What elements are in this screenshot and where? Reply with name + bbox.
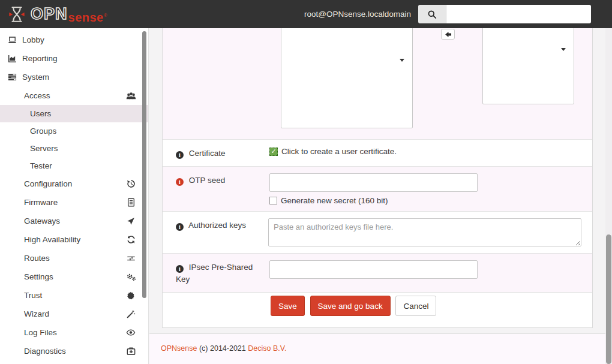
not-member-of-listbox[interactable] bbox=[281, 28, 413, 128]
history-icon bbox=[125, 179, 136, 188]
save-button[interactable]: Save bbox=[271, 296, 305, 316]
sidebar-item-lobby[interactable]: Lobby bbox=[0, 31, 148, 49]
certificate-seal-icon bbox=[125, 291, 136, 300]
tasks-icon bbox=[7, 73, 17, 82]
group-membership-row bbox=[163, 28, 592, 139]
authorized-keys-label: Authorized keys bbox=[188, 221, 246, 230]
page-scrollbar-thumb[interactable] bbox=[606, 234, 611, 364]
certificate-label: Certificate bbox=[189, 149, 226, 158]
chevron-down-icon bbox=[561, 48, 566, 51]
sidebar-item-diagnostics[interactable]: Diagnostics bbox=[0, 342, 148, 360]
logo-text-sense: sense bbox=[68, 11, 104, 24]
arrow-left-icon bbox=[445, 31, 452, 38]
move-to-member-button[interactable] bbox=[441, 29, 455, 40]
member-of-listbox[interactable] bbox=[482, 28, 574, 104]
sidebar-item-high-availability[interactable]: High Availability bbox=[0, 230, 148, 249]
generate-secret-checkbox[interactable] bbox=[269, 197, 277, 204]
opnsense-logo[interactable]: OPNsense® bbox=[7, 5, 107, 24]
lobby-icon bbox=[7, 35, 17, 44]
opnsense-footer-link[interactable]: OPNsense bbox=[161, 344, 197, 353]
sidebar-item-wizard[interactable]: Wizard bbox=[0, 305, 148, 323]
medkit-icon bbox=[125, 347, 136, 356]
hourglass-logo-icon bbox=[7, 5, 26, 24]
certificate-checkbox-label: Click to create a user certificate. bbox=[281, 147, 397, 156]
info-icon[interactable]: i bbox=[176, 151, 184, 159]
generate-secret-label: Generate new secret (160 bit) bbox=[281, 196, 388, 205]
copyright-text: (c) 2014-2021 bbox=[199, 344, 246, 353]
sidebar-item-firmware[interactable]: Firmware bbox=[0, 193, 148, 212]
sidebar-item-trust[interactable]: Trust bbox=[0, 286, 148, 305]
authorized-keys-textarea[interactable] bbox=[268, 218, 581, 246]
otp-seed-row: i OTP seed Generate new secret (160 bit) bbox=[163, 166, 592, 211]
sidebar-item-system[interactable]: System bbox=[0, 68, 148, 86]
info-icon[interactable]: i bbox=[176, 223, 184, 231]
sidebar-item-reporting[interactable]: Reporting bbox=[0, 49, 148, 68]
sidebar-item-access[interactable]: Access bbox=[0, 86, 148, 105]
save-and-go-back-button[interactable]: Save and go back bbox=[310, 296, 391, 316]
logo-text-opn: OPN bbox=[31, 5, 68, 23]
info-icon[interactable]: i bbox=[176, 265, 184, 273]
sidebar-item-users[interactable]: Users bbox=[0, 105, 148, 122]
area-chart-icon bbox=[7, 54, 17, 63]
sidebar-item-log-files[interactable]: Log Files bbox=[0, 323, 148, 342]
chevron-down-icon bbox=[400, 59, 404, 62]
users-icon bbox=[125, 92, 136, 100]
certificate-checkbox[interactable] bbox=[269, 148, 278, 156]
ipsec-psk-label: IPsec Pre-Shared Key bbox=[176, 263, 253, 284]
logged-in-user: root@OPNsense.localdomain bbox=[304, 10, 411, 19]
page-scrollbar-track[interactable] bbox=[605, 28, 612, 364]
certificate-row: i Certificate Click to create a user cer… bbox=[163, 139, 592, 166]
cancel-button[interactable]: Cancel bbox=[395, 296, 436, 316]
ipsec-psk-input[interactable] bbox=[269, 260, 478, 279]
location-arrow-icon bbox=[125, 217, 136, 225]
search-input[interactable] bbox=[446, 5, 591, 23]
magic-wand-icon bbox=[125, 309, 136, 318]
ipsec-psk-row: i IPsec Pre-Shared Key bbox=[163, 253, 592, 292]
sidebar-item-servers[interactable]: Servers bbox=[0, 140, 148, 157]
sidebar-item-settings[interactable]: Settings bbox=[0, 267, 148, 286]
sidebar-item-configuration[interactable]: Configuration bbox=[0, 175, 148, 193]
global-search bbox=[418, 5, 591, 23]
top-header: OPNsense® root@OPNsense.localdomain bbox=[0, 0, 612, 28]
info-icon-red[interactable]: i bbox=[176, 178, 184, 186]
authorized-keys-row: i Authorized keys bbox=[163, 211, 592, 253]
sidebar-item-routes[interactable]: Routes bbox=[0, 249, 148, 267]
sidebar-item-gateways[interactable]: Gateways bbox=[0, 212, 148, 230]
page-footer: OPNsense (c) 2014-2021 Deciso B.V. bbox=[149, 333, 605, 364]
routes-icon bbox=[125, 254, 136, 263]
deciso-footer-link[interactable]: Deciso B.V. bbox=[248, 344, 286, 353]
refresh-icon bbox=[125, 235, 136, 244]
search-icon bbox=[418, 5, 446, 23]
sidebar-nav: Lobby Reporting System Access Users Grou… bbox=[0, 28, 149, 364]
gears-icon bbox=[125, 272, 136, 281]
eye-icon bbox=[125, 329, 136, 336]
sidebar-scrollbar-thumb[interactable] bbox=[142, 31, 146, 298]
otp-seed-input[interactable] bbox=[269, 173, 478, 192]
sidebar-item-groups[interactable]: Groups bbox=[0, 122, 148, 140]
sidebar-item-tester[interactable]: Tester bbox=[0, 157, 148, 175]
otp-seed-label: OTP seed bbox=[189, 176, 226, 185]
logo-registered-mark: ® bbox=[104, 13, 107, 18]
form-actions-row: Save Save and go back Cancel bbox=[163, 292, 592, 326]
firmware-list-icon bbox=[125, 198, 136, 207]
user-edit-form-panel: i Certificate Click to create a user cer… bbox=[162, 28, 593, 328]
